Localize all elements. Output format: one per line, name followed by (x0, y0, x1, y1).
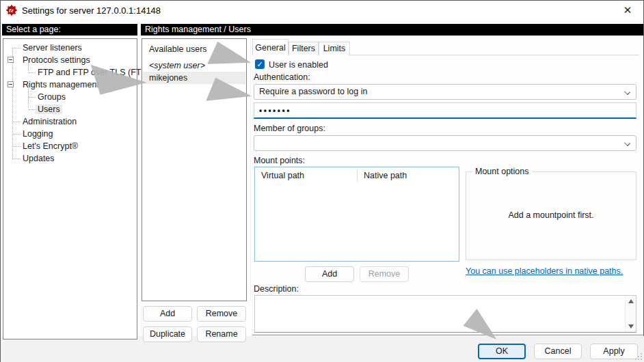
chevron-down-icon (624, 89, 630, 95)
tab-limits[interactable]: Limits (319, 42, 350, 55)
column-header-native-path[interactable]: Native path (358, 167, 407, 184)
mount-options-title: Mount options (472, 167, 532, 176)
mount-points-label: Mount points: (254, 156, 305, 165)
tree-guide-line (29, 97, 36, 98)
tree-guide-line (13, 158, 21, 159)
password-input[interactable]: ••••••• (254, 102, 636, 119)
tree-item-protocols-settings[interactable]: Protocols settings (21, 54, 92, 66)
collapse-icon[interactable] (8, 57, 14, 63)
user-rename-button[interactable]: Rename (197, 326, 246, 342)
settings-dialog: fz Settings for server 127.0.0.1:14148 ✕… (0, 0, 644, 362)
tree-item-rights-management[interactable]: Rights management (21, 79, 101, 91)
member-of-groups-select[interactable] (254, 135, 636, 151)
tree-guide-line (13, 122, 21, 122)
user-remove-button[interactable]: Remove (197, 306, 246, 322)
tree-item-administration[interactable]: Administration (21, 115, 79, 128)
column-header-virtual-path[interactable]: Virtual path (255, 167, 304, 184)
user-add-button[interactable]: Add (143, 306, 192, 322)
member-of-groups-label: Member of groups: (254, 124, 325, 133)
tree-item-ftp-ftps[interactable]: FTP and FTP over TLS (FTPS) (36, 66, 157, 79)
tree-guide-line (29, 72, 36, 73)
title-bar: fz Settings for server 127.0.0.1:14148 ✕ (1, 1, 643, 20)
tree-guide-line (29, 109, 36, 110)
tree-item-updates[interactable]: Updates (21, 152, 57, 165)
tree-guide-line (13, 48, 21, 48)
authentication-select[interactable]: Require a password to log in (254, 84, 636, 100)
tree-item-logging[interactable]: Logging (21, 128, 55, 140)
window-title: Settings for server 127.0.0.1:14148 (22, 5, 161, 16)
authentication-value: Require a password to log in (259, 87, 367, 96)
breadcrumb: Rights management / Users (141, 24, 643, 36)
user-enabled-checkbox[interactable]: ✓ (255, 59, 265, 69)
ok-button[interactable]: OK (478, 344, 526, 359)
scroll-up-icon[interactable] (628, 299, 634, 303)
tab-general[interactable]: General (252, 39, 289, 55)
users-list: Available users <system user> mikejones (142, 38, 247, 301)
users-list-title: Available users (149, 44, 207, 54)
description-label: Description: (254, 284, 299, 294)
scroll-down-icon[interactable] (628, 324, 634, 329)
filezilla-server-icon: fz (6, 5, 17, 16)
close-icon[interactable]: ✕ (621, 4, 634, 16)
tree-item-lets-encrypt[interactable]: Let's Encrypt® (21, 140, 80, 152)
apply-button[interactable]: Apply (590, 344, 638, 359)
tree-guide-line (13, 134, 21, 135)
description-textarea[interactable] (254, 295, 636, 333)
footer-divider (252, 335, 644, 335)
tree-item-users[interactable]: Users (36, 103, 62, 115)
svg-text:fz: fz (9, 8, 14, 14)
chevron-down-icon (624, 140, 630, 146)
placeholders-link[interactable]: You can use placeholders in native paths… (466, 266, 623, 276)
cancel-button[interactable]: Cancel (534, 344, 582, 359)
authentication-label: Authentication: (254, 72, 310, 82)
scrollbar[interactable] (625, 296, 636, 332)
mount-options-groupbox: Mount options Add a mountpoint first. (466, 171, 636, 260)
tree-item-groups[interactable]: Groups (36, 91, 68, 103)
page-tree: Server listeners Protocols settings FTP … (3, 38, 137, 339)
user-duplicate-button[interactable]: Duplicate (143, 326, 192, 342)
tree-guide-line (13, 146, 21, 147)
list-item-mikejones[interactable]: mikejones (143, 72, 245, 84)
list-item-system-user[interactable]: <system user> (143, 59, 245, 72)
column-divider (357, 169, 358, 182)
tree-guide-line (12, 48, 13, 159)
collapse-icon[interactable] (8, 81, 14, 87)
select-page-header: Select a page: (2, 24, 137, 36)
resize-grip-icon[interactable] (635, 353, 642, 360)
user-enabled-label: User is enabled (269, 60, 328, 70)
mount-options-empty-text: Add a mountpoint first. (466, 210, 636, 220)
mount-remove-button: Remove (360, 266, 409, 282)
mount-points-table[interactable]: Virtual path Native path (254, 167, 459, 262)
tree-item-server-listeners[interactable]: Server listeners (21, 42, 84, 54)
mount-add-button[interactable]: Add (305, 266, 354, 282)
tab-filters[interactable]: Filters (289, 42, 319, 55)
